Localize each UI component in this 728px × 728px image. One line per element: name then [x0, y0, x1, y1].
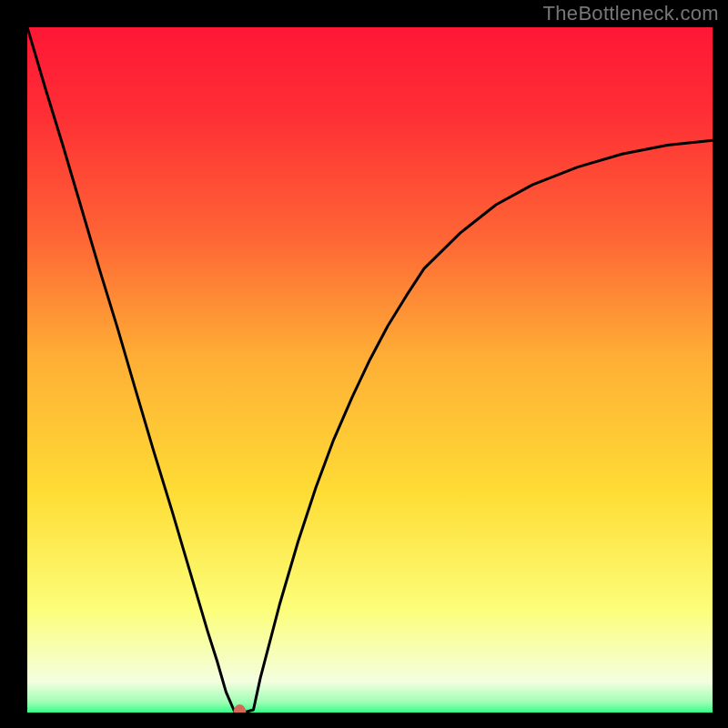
- plot-svg: [27, 27, 713, 713]
- watermark-text: TheBottleneck.com: [543, 2, 719, 25]
- chart-frame: TheBottleneck.com: [0, 0, 728, 728]
- plot-area: [27, 27, 713, 713]
